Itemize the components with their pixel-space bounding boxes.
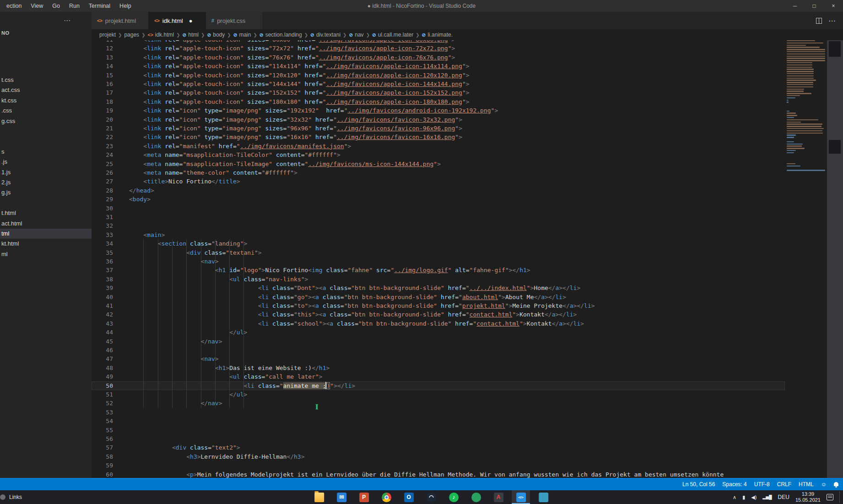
breadcrumb-item-ul.call.me.later[interactable]: ⊘ul.call.me.later bbox=[372, 32, 413, 38]
taskbar-app-spotify[interactable]: ♪ bbox=[444, 490, 463, 504]
tray-battery-icon[interactable]: ▮ bbox=[742, 494, 745, 500]
code-line-47[interactable]: 47 <nav> bbox=[92, 354, 785, 363]
code-line-22[interactable]: 22 <link rel="icon" type="image/png" siz… bbox=[92, 133, 785, 141]
code-line-49[interactable]: 49 <ul class="call me later"> bbox=[92, 372, 785, 381]
code-line-60[interactable]: 60 <p>Mein folgendes Modelprojekt ist ei… bbox=[92, 470, 785, 478]
code-line-38[interactable]: 38 <ul class="nav-links"> bbox=[92, 275, 785, 284]
breadcrumb-item-div.textani[interactable]: ⊘div.textani bbox=[310, 32, 340, 38]
menu-item-terminal[interactable]: Terminal bbox=[84, 0, 115, 12]
status-utf-8[interactable]: UTF-8 bbox=[754, 481, 770, 488]
close-icon[interactable]: × bbox=[824, 0, 843, 12]
file-item-g.js[interactable]: g.js bbox=[0, 188, 92, 198]
file-item-kt.html[interactable]: kt.html bbox=[0, 239, 92, 249]
status-crlf[interactable]: CRLF bbox=[777, 481, 791, 488]
taskbar-app-anydesk[interactable]: A bbox=[489, 490, 508, 504]
breadcrumb-item-idk.html[interactable]: <>idk.html bbox=[148, 32, 174, 38]
code-line-51[interactable]: 51 </ul> bbox=[92, 390, 785, 399]
file-item-2.js[interactable]: 2.js bbox=[0, 177, 92, 188]
file-item-s[interactable]: s bbox=[0, 147, 92, 157]
code-line-40[interactable]: 40 <li class="go"><a class="btn btn-back… bbox=[92, 293, 785, 301]
code-line-43[interactable]: 43 <li class="school"><a class="btn btn-… bbox=[92, 319, 785, 328]
menu-item-view[interactable]: View bbox=[26, 0, 48, 12]
code-line-27[interactable]: 27 <title>Nico Fortino</title> bbox=[92, 177, 785, 186]
code-line-58[interactable]: 58 <h3>Lernvideo Diffie-Hellman</h3> bbox=[92, 452, 785, 461]
code-line-17[interactable]: 17 <link rel="apple-touch-icon" sizes="1… bbox=[92, 88, 785, 97]
code-line-39[interactable]: 39 <li class="Dont"><a class="btn btn-ba… bbox=[92, 284, 785, 292]
code-line-21[interactable]: 21 <link rel="icon" type="image/png" siz… bbox=[92, 124, 785, 133]
code-line-44[interactable]: 44 </ul> bbox=[92, 328, 785, 337]
code-line-35[interactable]: 35 <div class="textani"> bbox=[92, 248, 785, 257]
code-line-12[interactable]: 12 <link rel="apple-touch-icon" sizes="7… bbox=[92, 44, 785, 53]
file-item-.js[interactable]: .js bbox=[0, 157, 92, 167]
code-line-55[interactable]: 55 bbox=[92, 426, 785, 434]
taskbar-app-media-app[interactable] bbox=[534, 490, 552, 504]
tab-projekt.html[interactable]: <>projekt.html bbox=[92, 12, 149, 29]
file-item-kt.css[interactable]: kt.css bbox=[0, 96, 92, 106]
tab-projekt.css[interactable]: #projekt.css bbox=[206, 12, 263, 29]
file-item-t.html[interactable]: t.html bbox=[0, 208, 92, 218]
code-line-33[interactable]: 33 <main> bbox=[92, 231, 785, 239]
code-line-52[interactable]: 52 </nav> bbox=[92, 399, 785, 407]
tray-clock[interactable]: 13:39 15.05.2021 bbox=[795, 491, 821, 503]
file-item-ml[interactable]: ml bbox=[0, 249, 92, 259]
breadcrumb-item-pages[interactable]: pages bbox=[124, 32, 139, 38]
file-item-tml[interactable]: tml bbox=[0, 229, 92, 239]
taskbar-app-file-explorer[interactable] bbox=[310, 490, 328, 504]
code-line-31[interactable]: 31 bbox=[92, 213, 785, 221]
taskbar-links-toolbar[interactable]: Links bbox=[0, 494, 22, 500]
code-line-36[interactable]: 36 <nav> bbox=[92, 257, 785, 266]
code-line-28[interactable]: 28</head> bbox=[92, 186, 785, 195]
status-ln-50-col-56[interactable]: Ln 50, Col 56 bbox=[682, 481, 715, 488]
breadcrumb-item-html[interactable]: ⊘html bbox=[183, 32, 199, 38]
file-item-act.html[interactable]: act.html bbox=[0, 219, 92, 229]
code-line-56[interactable]: 56 bbox=[92, 434, 785, 443]
sidebar-more-actions-icon[interactable]: ⋯ bbox=[64, 16, 71, 25]
menu-item-ection[interactable]: ection bbox=[2, 0, 26, 12]
taskbar-app-mail[interactable]: ✉ bbox=[332, 490, 351, 504]
code-line-19[interactable]: 19 <link rel="icon" type="image/png" siz… bbox=[92, 106, 785, 115]
file-item-t.css[interactable]: t.css bbox=[0, 75, 92, 85]
file-item-.css[interactable]: .css bbox=[0, 106, 92, 116]
scrollbar-strip[interactable] bbox=[827, 40, 843, 478]
tray-speaker-icon[interactable]: ◀) bbox=[751, 494, 757, 500]
breadcrumb-item-section.landing[interactable]: ⊘section.landing bbox=[259, 32, 302, 38]
tray-language-indicator[interactable]: DEU bbox=[778, 494, 789, 500]
code-line-23[interactable]: 23 <link rel="manifest" href="../img/fav… bbox=[92, 142, 785, 150]
code-line-42[interactable]: 42 <li class="this"><a class="btn btn-ba… bbox=[92, 310, 785, 319]
code-line-41[interactable]: 41 <li class="to"><a class="btn btn-back… bbox=[92, 301, 785, 310]
code-line-18[interactable]: 18 <link rel="apple-touch-icon" sizes="1… bbox=[92, 97, 785, 106]
code-line-45[interactable]: 45 </nav> bbox=[92, 337, 785, 346]
code-line-20[interactable]: 20 <link rel="icon" type="image/png" siz… bbox=[92, 115, 785, 124]
breadcrumb-item-nav[interactable]: ⊘nav bbox=[349, 32, 363, 38]
taskbar-app-steam[interactable]: ◠ bbox=[422, 490, 440, 504]
code-scroll-area[interactable]: 11 <link rel="apple-touch-icon" sizes="6… bbox=[92, 40, 843, 478]
taskbar-app-chrome[interactable] bbox=[377, 490, 395, 504]
code-line-34[interactable]: 34 <section class="landing"> bbox=[92, 239, 785, 248]
notifications-bell-icon[interactable] bbox=[834, 482, 838, 486]
code-line-26[interactable]: 26 <meta name="theme-color" content="#ff… bbox=[92, 168, 785, 177]
code-line-48[interactable]: 48 <h1>Das ist eine Website :)</h1> bbox=[92, 364, 785, 372]
split-editor-icon[interactable] bbox=[816, 18, 822, 24]
code-line-16[interactable]: 16 <link rel="apple-touch-icon" sizes="1… bbox=[92, 80, 785, 88]
file-item-1.js[interactable]: 1.js bbox=[0, 167, 92, 177]
taskbar-app-outlook[interactable]: O bbox=[400, 490, 418, 504]
taskbar-app-whatsapp[interactable] bbox=[467, 490, 485, 504]
status-html[interactable]: HTML bbox=[799, 481, 814, 488]
code-line-14[interactable]: 14 <link rel="apple-touch-icon" sizes="1… bbox=[92, 62, 785, 70]
minimap[interactable] bbox=[785, 40, 827, 478]
code-line-15[interactable]: 15 <link rel="apple-touch-icon" sizes="1… bbox=[92, 71, 785, 80]
menu-item-go[interactable]: Go bbox=[48, 0, 65, 12]
maximize-icon[interactable]: □ bbox=[805, 0, 824, 12]
tab-idk.html[interactable]: <>idk.html● bbox=[149, 12, 206, 29]
file-item-g.css[interactable]: g.css bbox=[0, 116, 92, 126]
breadcrumb-item-main[interactable]: ⊘main bbox=[233, 32, 251, 38]
unsaved-dot-icon[interactable]: ● bbox=[189, 17, 193, 24]
code-line-24[interactable]: 24 <meta name="msapplication-TileColor" … bbox=[92, 150, 785, 159]
show-desktop-button[interactable] bbox=[839, 491, 841, 503]
breadcrumb-item-li.animate.[interactable]: ⊘li.animate. bbox=[422, 32, 453, 38]
code-line-50[interactable]: 50 <li class="animate me ;)"></li> bbox=[92, 381, 785, 390]
feedback-smiley-icon[interactable]: ☺ bbox=[821, 481, 827, 488]
code-line-37[interactable]: 37 <h1 id="logo">Nico Fortino<img class=… bbox=[92, 266, 785, 274]
code-line-29[interactable]: 29<body> bbox=[92, 195, 785, 204]
code-line-25[interactable]: 25 <meta name="msapplication-TileImage" … bbox=[92, 160, 785, 168]
